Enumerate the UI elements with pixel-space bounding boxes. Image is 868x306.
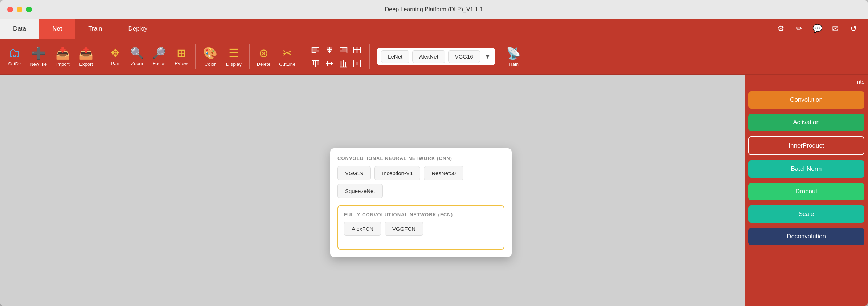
fcn-section: FULLY CONVOLUTIONAL NETWORK (FCN) AlexFC… [337, 205, 504, 250]
alexfcn-button[interactable]: AlexFCN [344, 222, 381, 236]
align-distribute-icon[interactable] [351, 43, 364, 56]
display-tool[interactable]: ☰ Display [222, 45, 246, 68]
export-icon: 📤 [79, 46, 93, 60]
sidebar-label: nts [857, 78, 864, 85]
align-bottom-icon[interactable] [337, 57, 350, 70]
display-icon: ☰ [229, 46, 239, 60]
vgg16-button[interactable]: VGG16 [448, 50, 480, 63]
focus-tool[interactable]: 🔎 Focus [148, 45, 170, 68]
display-label: Display [226, 61, 242, 67]
train-tool[interactable]: 📡 Train [499, 45, 528, 68]
model-dropdown-arrow[interactable]: ▼ [484, 53, 491, 60]
alexnet-button[interactable]: AlexNet [412, 50, 445, 63]
color-icon: 🎨 [203, 46, 217, 60]
tab-data[interactable]: Data [0, 19, 39, 39]
train-label: Train [508, 61, 519, 67]
focus-icon: 🔎 [152, 47, 166, 59]
scale-button[interactable]: Scale [748, 205, 864, 223]
lenet-button[interactable]: LeNet [381, 50, 409, 63]
zoom-label: Zoom [131, 61, 143, 66]
newfile-label: NewFile [30, 61, 47, 67]
zoom-tool[interactable]: 🔍 Zoom [126, 45, 148, 68]
cnn-section-label: CONVOLUTIONAL NEURAL NETWORK (CNN) [337, 156, 504, 161]
setdir-label: SetDir [8, 61, 21, 67]
delete-tool[interactable]: ⊗ Delete [253, 45, 275, 68]
main-area: CONVOLUTIONAL NEURAL NETWORK (CNN) VGG19… [0, 75, 868, 306]
dropout-button[interactable]: Dropout [748, 183, 864, 200]
import-icon: 📥 [56, 46, 70, 60]
sep-2 [195, 44, 196, 69]
newfile-tool[interactable]: ➕ NewFile [25, 45, 51, 68]
export-tool[interactable]: 📤 Export [74, 45, 98, 68]
activation-button[interactable]: Activation [748, 114, 864, 131]
convolution-button[interactable]: Convolution [748, 91, 864, 109]
align-right-icon[interactable] [337, 43, 350, 56]
mail-icon[interactable]: ✉ [828, 21, 843, 36]
gear-icon[interactable]: ⚙ [774, 21, 788, 36]
train-icon: 📡 [506, 46, 521, 60]
sep-4 [303, 44, 303, 69]
app-window: Deep Learning Platform (DLP)_V1.1.1 Data… [0, 0, 868, 306]
fview-icon: ⊞ [177, 47, 186, 59]
fcn-section-label: FULLY CONVOLUTIONAL NETWORK (FCN) [344, 212, 498, 217]
cutline-icon: ✂ [282, 46, 292, 60]
color-label: Color [205, 61, 216, 67]
tab-train[interactable]: Train [75, 19, 115, 39]
sep-3 [249, 44, 250, 69]
import-label: Import [56, 61, 70, 67]
model-selector: LeNet AlexNet VGG16 ▼ [377, 48, 495, 65]
minimize-button[interactable] [17, 7, 22, 12]
batchnorm-button[interactable]: BatchNorm [748, 160, 864, 178]
fview-tool[interactable]: ⊞ FView [170, 45, 192, 68]
innerproduct-button[interactable]: InnerProduct [748, 136, 864, 155]
fcn-model-buttons: AlexFCN VGGFCN [344, 222, 498, 236]
align-center-icon[interactable] [323, 43, 336, 56]
edit-icon[interactable]: ✏ [792, 21, 806, 36]
chat-icon[interactable]: 💬 [810, 21, 824, 36]
window-controls [7, 7, 32, 12]
fview-label: FView [175, 61, 188, 66]
setdir-icon: 🗂 [9, 46, 20, 60]
model-dropdown-popup: CONVOLUTIONAL NEURAL NETWORK (CNN) VGG19… [330, 148, 512, 257]
cutline-tool[interactable]: ✂ CutLine [275, 45, 300, 68]
close-button[interactable] [7, 7, 13, 12]
tab-deploy[interactable]: Deploy [115, 19, 160, 39]
tab-bar: Data Net Train Deploy ⚙ ✏ 💬 ✉ ↺ [0, 19, 868, 39]
setdir-tool[interactable]: 🗂 SetDir [4, 45, 25, 68]
zoom-icon: 🔍 [130, 47, 144, 59]
pan-label: Pan [111, 61, 119, 66]
refresh-icon[interactable]: ↺ [846, 21, 861, 36]
titlebar-icons: ⚙ ✏ 💬 ✉ ↺ [774, 21, 868, 36]
delete-label: Delete [257, 61, 271, 67]
title-bar: Deep Learning Platform (DLP)_V1.1.1 [0, 0, 868, 19]
cutline-label: CutLine [279, 61, 295, 67]
align-spread-icon[interactable] [351, 57, 364, 70]
squeezenet-button[interactable]: SqueezeNet [337, 184, 383, 198]
pan-tool[interactable]: ✥ Pan [104, 45, 126, 68]
sep-5 [369, 44, 370, 69]
sep-1 [101, 44, 101, 69]
align-top-icon[interactable] [309, 57, 322, 70]
export-label: Export [79, 61, 93, 67]
resnet50-button[interactable]: ResNet50 [424, 166, 463, 180]
pan-icon: ✥ [111, 47, 120, 59]
canvas-area[interactable]: CONVOLUTIONAL NEURAL NETWORK (CNN) VGG19… [0, 75, 745, 306]
newfile-icon: ➕ [31, 46, 46, 60]
align-middle-icon[interactable] [323, 57, 336, 70]
color-tool[interactable]: 🎨 Color [198, 45, 222, 68]
window-title: Deep Learning Platform (DLP)_V1.1.1 [385, 6, 483, 13]
focus-label: Focus [153, 61, 165, 66]
inception-v1-button[interactable]: Inception-V1 [374, 166, 420, 180]
toolbar: 🗂 SetDir ➕ NewFile 📥 Import 📤 Export ✥ P… [0, 39, 868, 75]
maximize-button[interactable] [26, 7, 32, 12]
deconvolution-button[interactable]: Deconvolution [748, 228, 864, 245]
delete-icon: ⊗ [259, 46, 269, 60]
vggfcn-button[interactable]: VGGFCN [385, 222, 423, 236]
tab-net[interactable]: Net [39, 19, 75, 39]
import-tool[interactable]: 📥 Import [51, 45, 74, 68]
align-group [306, 43, 367, 70]
right-sidebar: nts Convolution Activation InnerProduct … [745, 75, 868, 306]
cnn-model-buttons: VGG19 Inception-V1 ResNet50 SqueezeNet [337, 166, 504, 198]
vgg19-button[interactable]: VGG19 [337, 166, 371, 180]
align-left-icon[interactable] [309, 43, 322, 56]
